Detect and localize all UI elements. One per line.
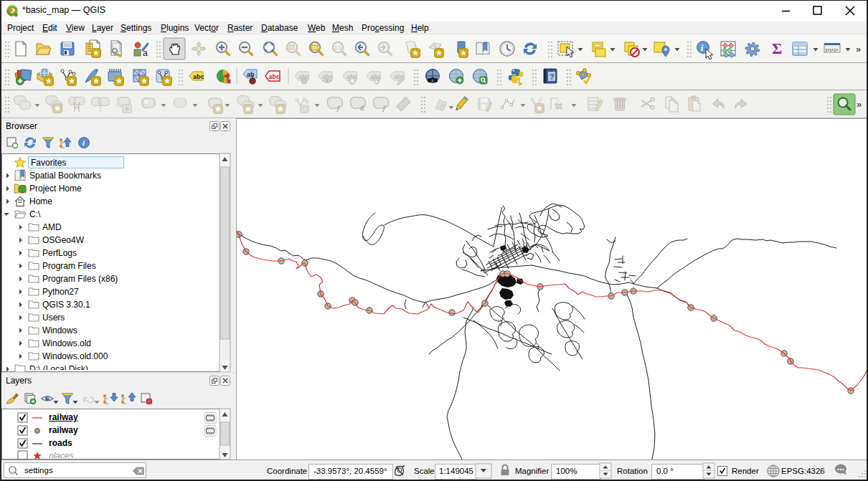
- svg-text:ε: ε: [83, 393, 88, 404]
- svg-text:?: ?: [549, 72, 555, 81]
- svg-text:»: »: [856, 44, 861, 54]
- svg-text:»: »: [857, 99, 862, 110]
- svg-text:abc: abc: [269, 73, 280, 80]
- svg-text:d: d: [360, 104, 364, 112]
- svg-text:a: a: [143, 48, 148, 58]
- svg-text:ab: ab: [247, 71, 255, 78]
- svg-text:Σ: Σ: [772, 39, 782, 57]
- svg-text:1:1: 1:1: [334, 45, 341, 50]
